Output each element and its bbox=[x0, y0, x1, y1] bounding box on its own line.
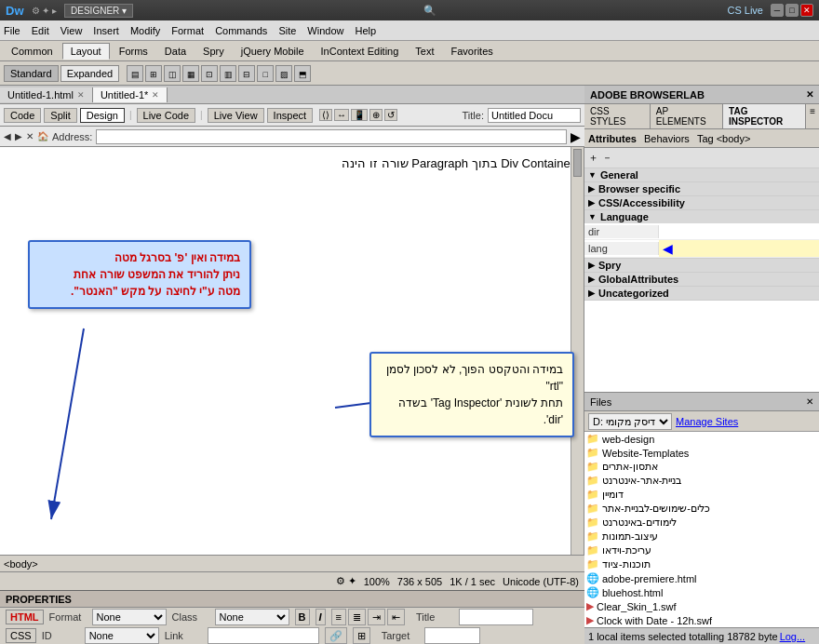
menu-edit[interactable]: Edit bbox=[32, 25, 49, 36]
tab-jquery[interactable]: jQuery Mobile bbox=[234, 44, 312, 59]
menu-insert[interactable]: Insert bbox=[93, 25, 119, 36]
file-item-12[interactable]: 🌐 bluehost.html bbox=[584, 585, 819, 599]
nav-stop[interactable]: ✕ bbox=[26, 131, 34, 141]
view-icon-2[interactable]: ↔ bbox=[334, 109, 349, 121]
doc-tab-html-close[interactable]: ✕ bbox=[77, 90, 85, 100]
attr-plus-btn[interactable]: ＋ bbox=[588, 151, 598, 165]
html-mode-btn[interactable]: HTML bbox=[6, 610, 44, 624]
dir-value[interactable] bbox=[659, 231, 819, 233]
file-item-3[interactable]: 📁 אתסון-אתרים bbox=[584, 460, 819, 474]
search-box[interactable]: 🔍 bbox=[141, 5, 719, 17]
link-browse-btn[interactable]: 🔗 bbox=[325, 627, 347, 644]
file-item-5[interactable]: 📁 דומיין bbox=[584, 488, 819, 502]
tab-common[interactable]: Common bbox=[4, 44, 60, 59]
css-access-header[interactable]: ▶ CSS/Accessibility bbox=[584, 196, 819, 209]
nav-back[interactable]: ◀ bbox=[4, 131, 11, 141]
bold-btn[interactable]: B bbox=[295, 609, 310, 625]
browser-header[interactable]: ▶ Browser specific bbox=[584, 182, 819, 195]
file-item-13[interactable]: ▶ Clear_Skin_1.swf bbox=[584, 599, 819, 613]
panel-options[interactable]: ≡ bbox=[806, 104, 819, 128]
close-btn[interactable]: ✕ bbox=[800, 4, 813, 17]
view-icon-1[interactable]: ⟨⟩ bbox=[319, 109, 332, 121]
address-go[interactable]: ▶ bbox=[571, 129, 581, 144]
layout-icon-1[interactable]: ▤ bbox=[127, 65, 143, 82]
code-btn[interactable]: Code bbox=[4, 108, 41, 123]
tab-forms[interactable]: Forms bbox=[112, 44, 155, 59]
address-input[interactable] bbox=[96, 129, 567, 144]
inspect-btn[interactable]: Inspect bbox=[267, 108, 313, 123]
ul-btn[interactable]: ≡ bbox=[331, 609, 346, 625]
attributes-tab[interactable]: Attributes bbox=[588, 133, 637, 144]
design-view[interactable]: Div Container בתוך Paragraph שורה זו הינ… bbox=[0, 147, 584, 555]
tab-layout[interactable]: Layout bbox=[62, 43, 110, 60]
file-item-11[interactable]: 🌐 adobe-premiere.html bbox=[584, 571, 819, 585]
lang-value[interactable]: ◀ bbox=[659, 240, 819, 257]
file-item-7[interactable]: 📁 לימודים-באינטרנט bbox=[584, 516, 819, 530]
live-view-btn[interactable]: Live View bbox=[208, 108, 264, 123]
tab-data[interactable]: Data bbox=[157, 44, 194, 59]
doc-tab-untitled[interactable]: Untitled-1* ✕ bbox=[93, 87, 168, 102]
view-icon-4[interactable]: ⊕ bbox=[369, 109, 383, 121]
layout-icon-7[interactable]: ⊟ bbox=[238, 65, 255, 82]
ap-elements-tab[interactable]: AP ELEMENTS bbox=[651, 104, 723, 128]
menu-commands[interactable]: Commands bbox=[215, 25, 267, 36]
file-item-9[interactable]: 📁 עריכת-וידאו bbox=[584, 543, 819, 557]
file-item-website-templates[interactable]: 📁 Website-Templates bbox=[584, 446, 819, 460]
ol-btn[interactable]: ≣ bbox=[348, 609, 366, 625]
tab-favorites[interactable]: Favorites bbox=[444, 44, 501, 59]
live-code-btn[interactable]: Live Code bbox=[137, 108, 196, 123]
menu-modify[interactable]: Modify bbox=[130, 25, 160, 36]
files-tree[interactable]: 📁 web-design 📁 Website-Templates 📁 אתסון… bbox=[584, 432, 819, 627]
body-tag[interactable]: <body> bbox=[4, 558, 38, 570]
file-item-web-design[interactable]: 📁 web-design bbox=[584, 432, 819, 446]
tab-spry[interactable]: Spry bbox=[195, 44, 232, 59]
layout-icon-4[interactable]: ▦ bbox=[182, 65, 199, 82]
layout-icon-5[interactable]: ⊡ bbox=[201, 65, 218, 82]
site-select[interactable]: D: דיסק מקומי bbox=[588, 413, 672, 430]
format-select[interactable]: None Paragraph Heading 1 bbox=[92, 609, 167, 625]
standard-btn[interactable]: Standard bbox=[4, 65, 59, 82]
tag-tab[interactable]: Tag <body> bbox=[697, 133, 751, 144]
vertical-scrollbar[interactable] bbox=[571, 147, 584, 555]
id-select[interactable]: None bbox=[85, 627, 159, 644]
file-item-4[interactable]: 📁 בניית-אתר-אינטרנט bbox=[584, 474, 819, 488]
indent-btn[interactable]: ⇥ bbox=[368, 609, 385, 625]
behaviors-tab[interactable]: Behaviors bbox=[644, 133, 690, 144]
link-target-btn[interactable]: ⊞ bbox=[353, 627, 370, 644]
nav-home[interactable]: 🏠 bbox=[37, 131, 48, 141]
layout-icon-3[interactable]: ◫ bbox=[164, 65, 181, 82]
menu-file[interactable]: File bbox=[4, 25, 20, 36]
manage-sites-link[interactable]: Manage Sites bbox=[676, 416, 738, 427]
menu-site[interactable]: Site bbox=[278, 25, 296, 36]
split-btn[interactable]: Split bbox=[44, 108, 76, 123]
refresh-icon[interactable]: ↺ bbox=[384, 109, 397, 121]
uncat-header[interactable]: ▶ Uncategorized bbox=[584, 287, 819, 300]
tag-inspector-tab[interactable]: TAG INSPECTOR bbox=[723, 104, 806, 128]
scrollbar-thumb[interactable] bbox=[573, 149, 582, 177]
doc-tab-html[interactable]: Untitled-1.html ✕ bbox=[0, 87, 93, 102]
nav-forward[interactable]: ▶ bbox=[15, 131, 22, 141]
menu-view[interactable]: View bbox=[60, 25, 83, 36]
files-log-link[interactable]: Log... bbox=[780, 631, 806, 642]
file-item-8[interactable]: 📁 עיצוב-תמונות bbox=[584, 530, 819, 543]
spry-header[interactable]: ▶ Spry bbox=[584, 259, 819, 272]
class-select[interactable]: None bbox=[215, 609, 289, 625]
file-item-6[interactable]: 📁 כלים-שימושים-לבניית-אתר bbox=[584, 502, 819, 516]
menu-format[interactable]: Format bbox=[171, 25, 204, 36]
general-header[interactable]: ▼ General bbox=[584, 168, 819, 181]
outdent-btn[interactable]: ⇤ bbox=[387, 609, 405, 625]
language-header[interactable]: ▼ Language bbox=[584, 210, 819, 223]
link-input[interactable] bbox=[208, 627, 319, 644]
layout-icon-8[interactable]: □ bbox=[257, 65, 274, 82]
attr-minus-btn[interactable]: － bbox=[602, 151, 612, 165]
expanded-btn[interactable]: Expanded bbox=[60, 65, 120, 82]
tab-text[interactable]: Text bbox=[408, 44, 441, 59]
maximize-btn[interactable]: □ bbox=[785, 4, 799, 17]
file-item-10[interactable]: 📁 תוכנות-ציוד bbox=[584, 557, 819, 571]
layout-icon-2[interactable]: ⊞ bbox=[145, 65, 162, 82]
global-header[interactable]: ▶ GlobalAttributes bbox=[584, 273, 819, 286]
tab-incontext[interactable]: InContext Editing bbox=[314, 44, 407, 59]
minimize-btn[interactable]: ─ bbox=[771, 4, 784, 17]
layout-icon-6[interactable]: ▥ bbox=[220, 65, 236, 82]
target-input[interactable] bbox=[424, 627, 480, 644]
